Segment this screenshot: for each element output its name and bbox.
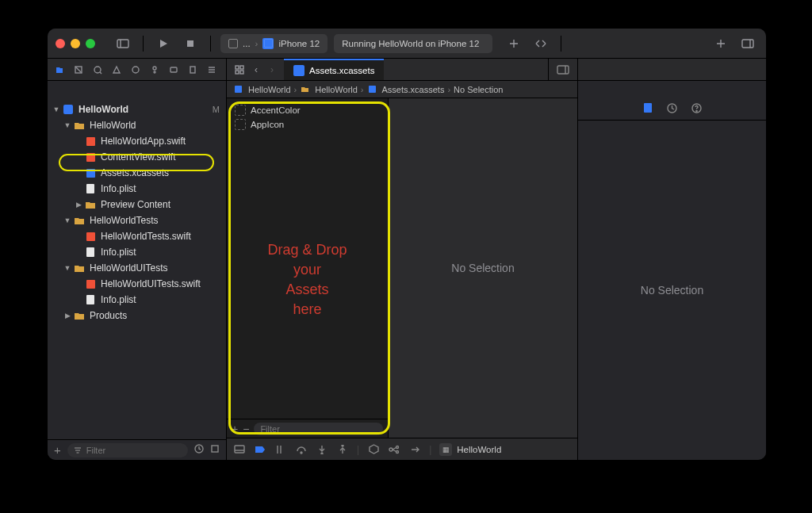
folder-label: HelloWorld [90, 120, 136, 131]
active-tab[interactable]: Assets.xcassets [284, 59, 384, 80]
file-row[interactable]: ContentView.swift [48, 149, 226, 165]
swift-file-icon [84, 151, 97, 163]
disclosure-triangle-icon[interactable]: ▶ [63, 312, 71, 320]
svg-rect-23 [236, 71, 239, 74]
file-row[interactable]: Info.plist [48, 244, 226, 260]
file-row[interactable]: HelloWorldApp.swift [48, 133, 226, 149]
plist-file-icon [84, 246, 97, 258]
crumb-2[interactable]: Assets.xcassets [382, 85, 445, 94]
history-inspector-tab[interactable] [667, 103, 677, 116]
svg-point-52 [389, 448, 393, 451]
debug-navigator-tab[interactable] [168, 64, 179, 75]
recent-filter-button[interactable] [194, 444, 204, 456]
file-tree[interactable]: ▼ HelloWorld M ▼ HelloWorld HelloWorldAp… [48, 98, 226, 439]
file-row[interactable]: HelloWorldUITests.swift [48, 276, 226, 292]
go-back-button[interactable]: ‹ [249, 61, 263, 78]
asset-label: AppIcon [251, 120, 284, 129]
svg-point-47 [301, 452, 302, 454]
svg-rect-35 [86, 247, 94, 257]
find-navigator-tab[interactable] [111, 64, 122, 75]
toggle-debug-area-button[interactable] [233, 443, 246, 456]
file-label: ContentView.swift [101, 151, 176, 163]
add-asset-button[interactable]: + [232, 423, 238, 435]
project-navigator-tab[interactable] [54, 64, 65, 75]
disclosure-triangle-icon[interactable]: ▼ [52, 105, 60, 113]
scheme-app-label: ... [243, 39, 251, 48]
breakpoints-button[interactable] [254, 443, 266, 456]
editor-nav: ‹ › [227, 59, 284, 80]
run-button[interactable] [153, 35, 174, 52]
memory-graph-button[interactable] [388, 443, 400, 456]
svg-line-56 [393, 450, 396, 452]
zoom-window-button[interactable] [86, 39, 95, 48]
folder-row[interactable]: ▶ Preview Content [48, 197, 226, 212]
asset-row[interactable]: AccentColor [227, 103, 388, 117]
source-control-navigator-tab[interactable] [73, 64, 84, 75]
step-over-button[interactable] [295, 443, 308, 456]
svg-point-51 [342, 445, 343, 446]
disclosure-triangle-icon[interactable]: ▼ [63, 264, 71, 272]
project-root[interactable]: ▼ HelloWorld M [48, 101, 226, 117]
continue-button[interactable] [274, 443, 287, 456]
asset-outline: AccentColor AppIcon Drag & Drop your Ass… [227, 98, 389, 438]
close-window-button[interactable] [56, 39, 65, 48]
folder-icon [84, 198, 97, 211]
folder-row[interactable]: ▼ HelloWorldUITests [48, 260, 226, 276]
step-into-button[interactable] [316, 443, 328, 456]
filter-placeholder: Filter [86, 446, 105, 455]
activity-status[interactable]: Running HelloWorld on iPhone 12 [334, 34, 492, 53]
step-out-button[interactable] [336, 443, 349, 456]
navigator-filter[interactable]: Filter [67, 443, 188, 457]
file-row[interactable]: Info.plist [48, 292, 226, 308]
crumb-3[interactable]: No Selection [454, 85, 503, 94]
minimize-window-button[interactable] [71, 39, 80, 48]
issue-navigator-tab[interactable] [130, 64, 141, 75]
project-navigator: ▼ HelloWorld M ▼ HelloWorld HelloWorldAp… [48, 98, 227, 460]
disclosure-triangle-icon[interactable]: ▼ [63, 216, 71, 224]
scm-filter-button[interactable] [210, 444, 220, 456]
view-debug-button[interactable] [367, 443, 380, 456]
folder-row[interactable]: ▶ Products [48, 308, 226, 323]
library-button[interactable] [710, 35, 731, 52]
file-label: HelloWorldApp.swift [101, 136, 186, 147]
crumb-0[interactable]: HelloWorld [248, 85, 291, 94]
help-inspector-tab[interactable] [691, 103, 702, 116]
chevron-right-icon: › [447, 85, 450, 94]
stop-button[interactable] [180, 35, 201, 52]
environment-overrides-button[interactable] [408, 443, 421, 456]
toggle-navigator-button[interactable] [113, 35, 133, 52]
breakpoint-navigator-tab[interactable] [187, 64, 198, 75]
crumb-1[interactable]: HelloWorld [315, 85, 358, 94]
disclosure-triangle-icon[interactable]: ▼ [63, 121, 71, 129]
file-row-selected[interactable]: Assets.xcassets [48, 165, 226, 181]
toggle-inspector-button[interactable] [737, 35, 758, 52]
svg-point-60 [695, 110, 696, 111]
svg-marker-2 [160, 40, 167, 48]
symbol-navigator-tab[interactable] [92, 64, 103, 75]
add-file-button[interactable]: + [54, 443, 61, 457]
file-row[interactable]: Info.plist [48, 181, 226, 197]
svg-rect-43 [235, 446, 244, 453]
scheme-selector[interactable]: ... › iPhone 12 [220, 34, 327, 53]
asset-row[interactable]: AppIcon [227, 117, 388, 132]
review-button[interactable] [530, 35, 551, 52]
go-forward-button[interactable]: › [265, 61, 279, 78]
remove-asset-button[interactable]: − [243, 423, 249, 435]
report-navigator-tab[interactable] [206, 64, 217, 75]
test-navigator-tab[interactable] [149, 64, 160, 75]
asset-preview: No Selection [389, 98, 577, 438]
debug-process[interactable]: ▦ HelloWorld [439, 443, 501, 456]
related-items-button[interactable] [232, 61, 247, 78]
asset-filter-input[interactable] [254, 423, 383, 435]
disclosure-triangle-icon[interactable]: ▶ [75, 201, 82, 209]
swift-file-icon [84, 278, 97, 290]
file-row[interactable]: HelloWorldTests.swift [48, 228, 226, 244]
jump-bar[interactable]: HelloWorld › HelloWorld › Assets.xcasset… [227, 81, 577, 98]
folder-row[interactable]: ▼ HelloWorldTests [48, 212, 226, 228]
file-inspector-tab[interactable] [643, 102, 653, 116]
editor-layout-button[interactable] [548, 59, 577, 80]
add-editor-button[interactable] [504, 35, 524, 52]
status-text: Running HelloWorld on iPhone 12 [342, 39, 479, 48]
folder-row[interactable]: ▼ HelloWorld [48, 117, 226, 133]
svg-rect-42 [212, 446, 218, 452]
